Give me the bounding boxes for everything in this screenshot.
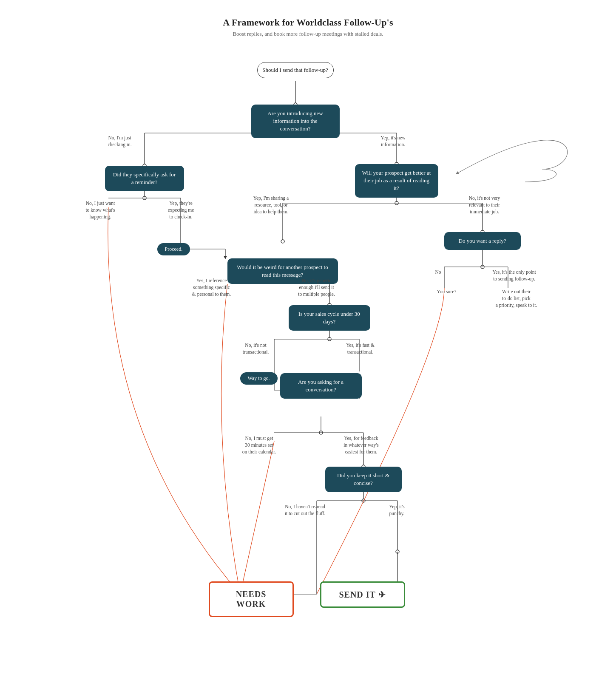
n5-label: Is your sales cycle under 30 days? bbox=[295, 310, 363, 326]
label-no-just-want: No, I just want to know what's happening… bbox=[80, 200, 121, 220]
svg-point-54 bbox=[396, 550, 399, 553]
label-no-reply: No bbox=[430, 269, 447, 275]
n2-node: Did they specifically ask for a reminder… bbox=[105, 166, 184, 191]
send-it-label: SEND IT ✈ bbox=[339, 590, 386, 599]
page-subtitle: Boost replies, and book more follow-up m… bbox=[233, 31, 383, 37]
label-no-must-get: No, I must get 30 minutes set on their c… bbox=[236, 435, 283, 455]
label-yes-fast: Yes, it's fast & transactional. bbox=[337, 342, 384, 355]
needs-work-label: NEEDS WORK bbox=[236, 589, 267, 609]
label-yes-only-point: Yes, it's the only point to sending foll… bbox=[487, 269, 542, 282]
n8-label: Do you want a reply? bbox=[459, 237, 506, 245]
n3-label: Will your prospect get better at their j… bbox=[362, 169, 431, 193]
label-you-sure: You sure? bbox=[430, 288, 464, 295]
n7-label: Did you keep it short & concise? bbox=[332, 472, 395, 487]
proceed-label: Proceed. bbox=[165, 246, 183, 252]
svg-point-11 bbox=[143, 196, 146, 200]
n1-node: Are you introducing new information into… bbox=[251, 105, 340, 138]
svg-point-43 bbox=[319, 431, 323, 434]
n5-node: Is your sales cycle under 30 days? bbox=[289, 305, 370, 331]
label-no-havent: No, I haven't re-read it to cut out the … bbox=[278, 503, 333, 517]
svg-point-22 bbox=[281, 240, 284, 243]
n4-label: Would it be weird for another prospect t… bbox=[234, 264, 331, 279]
label-yep-new: Yep, it's new information. bbox=[366, 134, 421, 148]
connectors-svg bbox=[74, 50, 542, 671]
page-title: A Framework for Worldclass Follow-Up's bbox=[223, 17, 393, 28]
needs-work-outcome: NEEDS WORK bbox=[209, 581, 294, 617]
send-it-outcome: SEND IT ✈ bbox=[320, 581, 405, 608]
start-node: Should I send that follow-up? bbox=[257, 62, 334, 78]
svg-point-19 bbox=[395, 201, 398, 205]
label-yep-sharing: Yep, I'm sharing a resource, tool, or id… bbox=[244, 195, 299, 215]
label-yep-expecting: Yep, they're expecting me to check-in. bbox=[158, 200, 204, 220]
diagram: Should I send that follow-up? Are you in… bbox=[74, 50, 542, 671]
label-yes-reference: Yes, I reference something specific & pe… bbox=[188, 277, 235, 298]
proceed-node: Proceed. bbox=[157, 243, 190, 255]
n2-label: Did they specifically ask for a reminder… bbox=[112, 171, 177, 186]
n8-node: Do you want a reply? bbox=[444, 232, 521, 250]
label-write-out: Write out their to-do list, pick a prior… bbox=[487, 288, 546, 309]
n7-node: Did you keep it short & concise? bbox=[325, 467, 402, 492]
page: A Framework for Worldclass Follow-Up's B… bbox=[0, 0, 616, 680]
n3-node: Will your prospect get better at their j… bbox=[355, 164, 438, 198]
svg-point-33 bbox=[328, 337, 331, 341]
svg-point-49 bbox=[362, 499, 365, 502]
wayto-label: Way to go. bbox=[248, 375, 270, 382]
start-label: Should I send that follow-up? bbox=[262, 67, 328, 74]
label-no-generic: No, it's generic enough I'll send it to … bbox=[291, 277, 342, 298]
wayto-node: Way to go. bbox=[240, 372, 278, 385]
label-no-checking: No, I'm just checking in. bbox=[97, 134, 143, 148]
svg-marker-17 bbox=[224, 256, 227, 259]
n6-label: Are you asking for a conversation? bbox=[287, 378, 355, 394]
label-yes-feedback: Yes, for feedback in whatever way's easi… bbox=[334, 435, 389, 455]
label-yep-punchy: Yep, it's punchy. bbox=[378, 503, 416, 517]
svg-point-63 bbox=[481, 265, 484, 269]
n1-label: Are you introducing new information into… bbox=[258, 110, 333, 133]
n6-node: Are you asking for a conversation? bbox=[280, 373, 362, 399]
label-no-relevant: No, it's not very relevant to their imme… bbox=[457, 195, 512, 215]
label-no-transactional: No, it's not transactional. bbox=[233, 342, 279, 355]
